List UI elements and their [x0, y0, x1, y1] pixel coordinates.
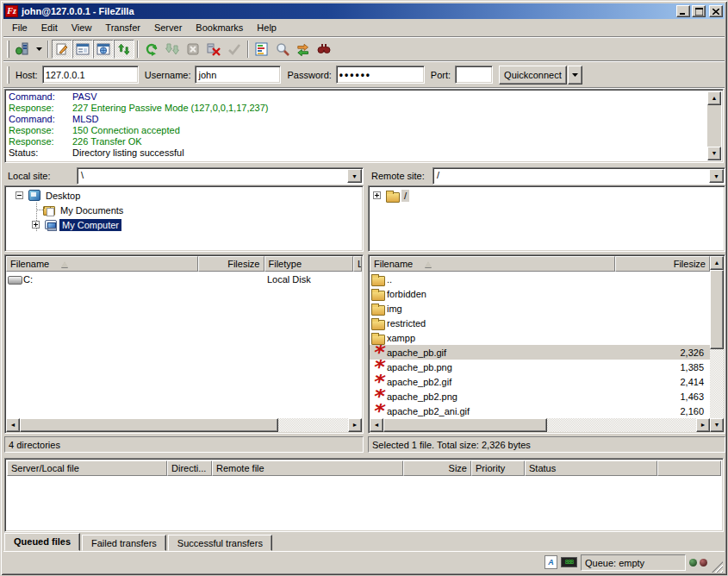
menu-item[interactable]: Help — [250, 20, 283, 35]
column-filesize[interactable]: Filesize — [615, 256, 710, 272]
tree-item-my-documents[interactable]: My Documents — [58, 204, 126, 216]
remote-vscrollbar[interactable]: ▲ ▼ — [710, 256, 724, 432]
remote-site-row: Remote site: /▼ — [368, 167, 725, 185]
local-site-combo[interactable]: \▼ — [77, 167, 364, 185]
combo-arrow-icon[interactable]: ▼ — [347, 169, 362, 183]
file-icon — [371, 317, 385, 329]
scroll-right-icon[interactable]: ► — [696, 418, 710, 432]
remote-hscrollbar[interactable]: ◄ ► — [370, 418, 710, 432]
reconnect-button[interactable] — [224, 40, 245, 59]
quickconnect-grip[interactable] — [7, 66, 9, 84]
speed-limit-icon: 888 — [561, 557, 577, 567]
queue-column[interactable]: Status — [525, 460, 657, 476]
compare-button[interactable] — [272, 40, 293, 59]
tree-item-my-computer[interactable]: My Computer — [59, 219, 121, 231]
file-row[interactable]: C: Local Disk — [6, 272, 362, 286]
close-button[interactable] — [709, 5, 723, 17]
queue-column[interactable]: Remote file — [212, 460, 403, 476]
site-manager-button[interactable] — [12, 40, 33, 59]
expand-icon[interactable] — [373, 191, 381, 199]
refresh-button[interactable] — [141, 40, 162, 59]
column-filename[interactable]: Filename — [6, 256, 198, 272]
minimize-button[interactable] — [676, 5, 690, 17]
menu-item[interactable]: File — [5, 20, 34, 35]
queue-column[interactable] — [657, 460, 721, 476]
queue-tab[interactable]: Failed transfers — [82, 535, 166, 551]
menu-item[interactable]: Server — [147, 20, 189, 35]
file-row[interactable]: restricted — [370, 316, 710, 330]
sort-asc-icon — [425, 261, 432, 267]
toolbar-grip[interactable] — [7, 41, 9, 58]
toggle-log-button[interactable] — [52, 40, 72, 59]
scroll-left-icon[interactable]: ◄ — [6, 418, 20, 432]
file-row[interactable]: .. — [370, 272, 710, 286]
resize-grip[interactable] — [712, 561, 723, 573]
scroll-right-icon[interactable]: ► — [348, 418, 362, 432]
quickconnect-button[interactable]: Quickconnect — [499, 66, 567, 85]
file-row[interactable]: apache_pb.gif 2,326 — [370, 345, 710, 360]
queue-tab[interactable]: Queued files — [4, 533, 80, 551]
log-scrollbar[interactable]: ▲ ▼ — [707, 91, 721, 160]
remote-file-list: Filename Filesize .. forbidden img — [368, 254, 725, 434]
column-filesize[interactable]: Filesize — [198, 256, 264, 272]
menu-item[interactable]: Bookmarks — [189, 20, 250, 35]
password-input[interactable] — [336, 66, 425, 84]
file-icon — [371, 273, 385, 285]
toggle-queue-button[interactable] — [114, 40, 134, 59]
remote-site-combo[interactable]: /▼ — [432, 167, 725, 185]
file-row[interactable]: apache_pb2.png 1,463 — [370, 389, 710, 404]
filezilla-window: Fz john@127.0.0.1 - FileZilla FileEditVi… — [0, 0, 728, 576]
menu-item[interactable]: Edit — [34, 20, 65, 35]
my-computer-icon — [45, 220, 57, 229]
column-filetype[interactable]: Filetype — [264, 256, 354, 272]
local-tree: Desktop My Documents My Computer — [4, 185, 364, 252]
file-row[interactable]: xampp — [370, 330, 710, 345]
file-row[interactable]: apache_pb2_ani.gif 2,160 — [370, 404, 710, 418]
my-documents-icon — [43, 206, 55, 216]
combo-arrow-icon[interactable]: ▼ — [709, 169, 724, 183]
file-icon — [371, 391, 385, 403]
toggle-local-tree-button[interactable] — [72, 40, 93, 59]
menu-item[interactable]: View — [65, 20, 99, 35]
tree-item-desktop[interactable]: Desktop — [43, 190, 83, 202]
tree-item-root[interactable]: / — [401, 190, 409, 202]
sync-browsing-button[interactable] — [293, 40, 314, 59]
queue-column[interactable]: Server/Local file — [7, 460, 167, 476]
find-files-button[interactable] — [314, 40, 334, 59]
column-filename[interactable]: Filename — [370, 256, 615, 272]
menu-item[interactable]: Transfer — [98, 20, 147, 35]
filter-button[interactable] — [252, 40, 272, 59]
process-queue-button[interactable] — [162, 40, 183, 59]
site-manager-dropdown[interactable] — [33, 40, 45, 59]
toggle-remote-tree-button[interactable] — [93, 40, 114, 59]
username-label: Username: — [145, 70, 191, 80]
expand-icon[interactable] — [32, 221, 40, 229]
port-input[interactable] — [455, 66, 493, 84]
queue-column[interactable]: Size — [403, 460, 471, 476]
quickconnect-dropdown[interactable] — [568, 66, 582, 85]
file-row[interactable]: apache_pb.png 1,385 — [370, 360, 710, 374]
menu-bar: FileEditViewTransferServerBookmarksHelp — [3, 19, 725, 36]
username-input[interactable] — [195, 66, 281, 84]
file-icon — [371, 303, 385, 315]
file-row[interactable]: forbidden — [370, 286, 710, 301]
queue-column[interactable]: Directi... — [167, 460, 212, 476]
scroll-down-icon[interactable]: ▼ — [710, 418, 724, 432]
column-last-modified[interactable]: L — [353, 256, 362, 272]
collapse-icon[interactable] — [16, 191, 23, 199]
maximize-button[interactable] — [692, 5, 706, 17]
cancel-button[interactable] — [183, 40, 203, 59]
file-row[interactable]: img — [370, 301, 710, 316]
log-line: Command:MLSD — [9, 114, 706, 125]
scroll-left-icon[interactable]: ◄ — [370, 418, 383, 432]
scroll-up-icon[interactable]: ▲ — [707, 91, 721, 105]
host-input[interactable] — [42, 66, 139, 84]
file-row[interactable]: apache_pb2.gif 2,414 — [370, 374, 710, 389]
local-hscrollbar[interactable]: ◄ ► — [6, 418, 362, 432]
scroll-up-icon[interactable]: ▲ — [710, 256, 724, 270]
disconnect-button[interactable] — [203, 40, 224, 59]
queue-tab[interactable]: Successful transfers — [168, 535, 272, 551]
queue-column[interactable]: Priority — [471, 460, 525, 476]
remote-status: Selected 1 file. Total size: 2,326 bytes — [368, 436, 725, 453]
scroll-down-icon[interactable]: ▼ — [707, 147, 721, 160]
